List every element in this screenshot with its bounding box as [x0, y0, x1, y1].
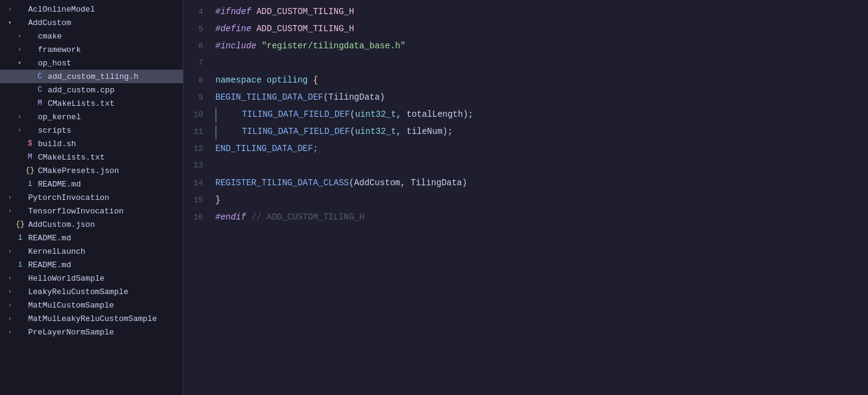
sidebar-item-AclOnlineModel[interactable]: › AclOnlineModel	[0, 2, 183, 16]
file-icon-CMakePresets.json: {}	[24, 166, 35, 175]
code-line-16: 16#endif // ADD_CUSTOM_TILING_H	[184, 210, 868, 227]
sidebar-item-add_custom.cpp[interactable]: C add_custom.cpp	[0, 83, 183, 97]
sidebar-item-build.sh[interactable]: $ build.sh	[0, 137, 183, 150]
sidebar: › AclOnlineModel ▾ AddCustom › cmake › f…	[0, 0, 184, 395]
file-icon-add_custom.cpp: C	[34, 86, 45, 94]
chevron-right-icon: ›	[5, 316, 15, 322]
sidebar-item-README.md[interactable]: i README.md	[0, 177, 183, 191]
code-line-7: 7	[184, 56, 868, 73]
line-number-11: 11	[184, 125, 215, 139]
sidebar-item-LeakyReluCustomSample[interactable]: › LeakyReluCustomSample	[0, 285, 183, 298]
sidebar-label-AddCustom: AddCustom	[28, 18, 183, 28]
sidebar-item-add_custom_tiling.h[interactable]: C add_custom_tiling.h	[0, 70, 183, 83]
code-line-6: 6#include "register/tilingdata_base.h"	[184, 39, 868, 56]
sidebar-item-CMakePresets.json[interactable]: {} CMakePresets.json	[0, 164, 183, 177]
file-icon-README.md: i	[24, 180, 35, 188]
chevron-down-icon: ▾	[5, 19, 15, 26]
code-line-10: 10 TILING_DATA_FIELD_DEF(uint32_t, total…	[184, 108, 868, 125]
sidebar-item-README2.md[interactable]: i README.md	[0, 231, 183, 245]
chevron-right-icon: ›	[5, 329, 15, 336]
file-icon-add_custom_tiling.h: C	[34, 72, 45, 81]
sidebar-item-AddCustom.json[interactable]: {} AddCustom.json	[0, 218, 183, 231]
line-number-8: 8	[184, 74, 215, 87]
line-number-9: 9	[184, 91, 215, 105]
code-line-13: 13	[184, 159, 868, 176]
chevron-right-icon: ›	[5, 275, 15, 282]
sidebar-label-KernelLaunch: KernelLaunch	[28, 247, 183, 256]
code-line-5: 5#define ADD_CUSTOM_TILING_H	[184, 22, 868, 39]
chevron-right-icon: ›	[15, 46, 24, 53]
chevron-right-icon: ›	[15, 127, 24, 134]
sidebar-item-framework[interactable]: › framework	[0, 43, 183, 56]
sidebar-label-scripts: scripts	[38, 126, 183, 135]
sidebar-item-scripts[interactable]: › scripts	[0, 124, 183, 137]
sidebar-item-cmake[interactable]: › cmake	[0, 29, 183, 43]
sidebar-label-CMakePresets.json: CMakePresets.json	[38, 166, 183, 175]
chevron-right-icon: ›	[5, 248, 15, 255]
sidebar-label-LeakyReluCustomSample: LeakyReluCustomSample	[28, 287, 183, 297]
file-icon-README3.md: i	[15, 260, 26, 269]
line-number-12: 12	[184, 142, 215, 156]
sidebar-label-README2.md: README.md	[28, 234, 183, 243]
sidebar-label-add_custom.cpp: add_custom.cpp	[48, 86, 183, 95]
sidebar-item-op_kernel[interactable]: › op_kernel	[0, 110, 183, 124]
line-content-8: namespace optiling {	[215, 73, 868, 88]
code-line-8: 8namespace optiling {	[184, 73, 868, 90]
sidebar-item-MatMulCustomSample[interactable]: › MatMulCustomSample	[0, 298, 183, 312]
sidebar-item-PytorchInvocation[interactable]: › PytorchInvocation	[0, 191, 183, 204]
line-content-14: REGISTER_TILING_DATA_CLASS(AddCustom, Ti…	[215, 176, 868, 191]
sidebar-label-cmake: cmake	[38, 32, 183, 41]
line-content-16: #endif // ADD_CUSTOM_TILING_H	[215, 210, 868, 225]
editor: 4#ifndef ADD_CUSTOM_TILING_H5#define ADD…	[184, 0, 868, 395]
chevron-right-icon: ›	[15, 114, 24, 120]
line-content-15: }	[215, 193, 868, 208]
chevron-right-icon: ›	[5, 6, 15, 13]
sidebar-item-CMakeLists.txt[interactable]: M CMakeLists.txt	[0, 97, 183, 110]
chevron-right-icon: ›	[15, 33, 24, 40]
sidebar-label-TensorflowInvocation: TensorflowInvocation	[28, 207, 183, 216]
line-number-13: 13	[184, 159, 215, 172]
sidebar-item-PreLayerNormSample[interactable]: › PreLayerNormSample	[0, 325, 183, 339]
sidebar-item-MatMulLeakyReluCustomSample[interactable]: › MatMulLeakyReluCustomSample	[0, 312, 183, 325]
sidebar-item-AddCustom[interactable]: ▾ AddCustom	[0, 16, 183, 29]
sidebar-item-CMakeLists2.txt[interactable]: M CMakeLists.txt	[0, 150, 183, 164]
line-number-15: 15	[184, 194, 215, 207]
code-line-4: 4#ifndef ADD_CUSTOM_TILING_H	[184, 5, 868, 22]
chevron-right-icon: ›	[5, 194, 15, 201]
code-line-9: 9BEGIN_TILING_DATA_DEF(TilingData)	[184, 90, 868, 108]
chevron-right-icon: ›	[5, 208, 15, 215]
chevron-down-icon: ▾	[15, 59, 24, 67]
sidebar-label-AclOnlineModel: AclOnlineModel	[28, 5, 183, 14]
line-number-7: 7	[184, 56, 215, 70]
line-content-6: #include "register/tilingdata_base.h"	[215, 39, 868, 54]
sidebar-label-add_custom_tiling.h: add_custom_tiling.h	[48, 72, 183, 81]
file-icon-AddCustom.json: {}	[15, 220, 26, 229]
line-content-12: END_TILING_DATA_DEF;	[215, 142, 868, 157]
file-icon-CMakeLists.txt: M	[34, 99, 45, 108]
line-content-9: BEGIN_TILING_DATA_DEF(TilingData)	[215, 90, 868, 105]
sidebar-label-build.sh: build.sh	[38, 139, 183, 149]
sidebar-item-TensorflowInvocation[interactable]: › TensorflowInvocation	[0, 204, 183, 218]
file-icon-README2.md: i	[15, 234, 26, 242]
sidebar-label-framework: framework	[38, 45, 183, 54]
sidebar-label-HelloWorldSample: HelloWorldSample	[28, 274, 183, 283]
line-number-10: 10	[184, 108, 215, 122]
sidebar-label-AddCustom.json: AddCustom.json	[28, 220, 183, 229]
sidebar-label-MatMulLeakyReluCustomSample: MatMulLeakyReluCustomSample	[28, 314, 183, 323]
sidebar-item-HelloWorldSample[interactable]: › HelloWorldSample	[0, 271, 183, 285]
code-line-15: 15}	[184, 193, 868, 210]
code-line-14: 14REGISTER_TILING_DATA_CLASS(AddCustom, …	[184, 176, 868, 193]
code-line-12: 12END_TILING_DATA_DEF;	[184, 142, 868, 159]
sidebar-item-KernelLaunch[interactable]: › KernelLaunch	[0, 245, 183, 258]
line-number-4: 4	[184, 6, 215, 19]
chevron-right-icon: ›	[5, 302, 15, 309]
sidebar-label-CMakeLists2.txt: CMakeLists.txt	[38, 153, 183, 162]
line-content-10: TILING_DATA_FIELD_DEF(uint32_t, totalLen…	[215, 108, 868, 122]
sidebar-item-README3.md[interactable]: i README.md	[0, 258, 183, 271]
line-content-11: TILING_DATA_FIELD_DEF(uint32_t, tileNum)…	[215, 125, 868, 139]
line-number-5: 5	[184, 23, 215, 36]
sidebar-item-op_host[interactable]: ▾ op_host	[0, 56, 183, 70]
file-icon-CMakeLists2.txt: M	[24, 153, 35, 161]
line-number-14: 14	[184, 177, 215, 190]
sidebar-label-op_host: op_host	[38, 59, 183, 68]
